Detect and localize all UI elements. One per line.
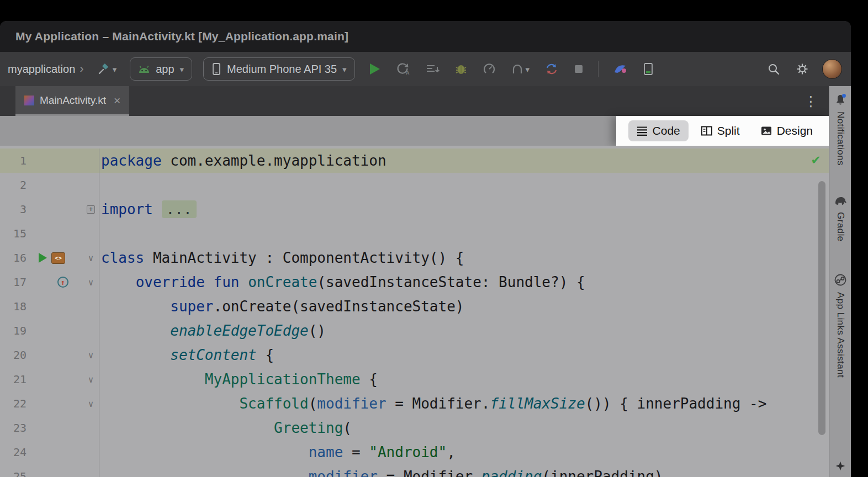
code-segment: modifier bbox=[309, 468, 378, 477]
project-breadcrumb[interactable]: myapplication › bbox=[8, 63, 84, 76]
run-button[interactable] bbox=[366, 60, 383, 78]
ai-assistant-button[interactable] bbox=[611, 60, 629, 78]
device-phone-icon bbox=[211, 62, 221, 76]
fold-marker[interactable]: ∨ bbox=[83, 246, 99, 270]
line-number[interactable]: 22 bbox=[0, 397, 32, 410]
line-number[interactable]: 19 bbox=[0, 324, 32, 337]
right-tool-stripe: Notifications Gradle bbox=[829, 86, 851, 477]
fold-marker[interactable]: ∨ bbox=[83, 343, 99, 367]
android-module-icon bbox=[138, 65, 150, 73]
search-everywhere-button[interactable] bbox=[765, 60, 782, 78]
device-manager-icon bbox=[643, 62, 654, 76]
android-studio-window: My Application – MainActivity.kt [My_App… bbox=[0, 21, 851, 477]
tab-options-kebab-icon[interactable]: ⋮ bbox=[804, 93, 818, 109]
device-selector[interactable]: Medium Phone API 35 ▾ bbox=[203, 57, 355, 81]
code-area: 1package com.example.myapplication23+imp… bbox=[0, 146, 829, 477]
code-text[interactable]: setContent { bbox=[99, 347, 274, 363]
code-text[interactable]: name = "Android", bbox=[99, 444, 456, 460]
fold-marker bbox=[83, 149, 99, 173]
code-line[interactable]: 24 name = "Android", bbox=[0, 440, 829, 464]
code-segment bbox=[101, 444, 309, 460]
line-number[interactable]: 15 bbox=[0, 227, 32, 240]
line-number[interactable]: 18 bbox=[0, 300, 32, 313]
code-line[interactable]: 22∨ Scaffold(modifier = Modifier.fillMax… bbox=[0, 391, 829, 416]
code-line[interactable]: 20∨ setContent { bbox=[0, 343, 829, 367]
build-hammer-icon bbox=[97, 62, 110, 76]
fold-marker[interactable]: + bbox=[83, 197, 99, 221]
view-mode-code-button[interactable]: Code bbox=[628, 120, 689, 141]
user-avatar[interactable] bbox=[822, 59, 842, 79]
code-text[interactable]: import ... bbox=[99, 201, 197, 218]
code-segment bbox=[239, 274, 248, 290]
line-number[interactable]: 25 bbox=[0, 470, 32, 477]
code-line[interactable]: 16<>∨class MainActivity : ComponentActiv… bbox=[0, 246, 829, 270]
window-title: My Application – MainActivity.kt [My_App… bbox=[15, 30, 348, 43]
debug-button[interactable] bbox=[453, 60, 469, 78]
code-segment: override bbox=[136, 274, 205, 290]
module-selector[interactable]: app ▾ bbox=[130, 57, 192, 81]
build-button[interactable]: ▾ bbox=[95, 60, 119, 78]
code-line[interactable]: 25 modifier = Modifier.padding(innerPadd… bbox=[0, 464, 829, 477]
code-line[interactable]: 17↑∨ override fun onCreate(savedInstance… bbox=[0, 270, 829, 294]
line-number[interactable]: 3 bbox=[0, 203, 32, 216]
line-number[interactable]: 20 bbox=[0, 348, 32, 362]
tab-mainactivity[interactable]: MainActivity.kt × bbox=[15, 86, 129, 116]
apply-changes-button[interactable]: A bbox=[394, 60, 412, 78]
code-text[interactable]: Greeting( bbox=[99, 420, 352, 436]
line-number[interactable]: 21 bbox=[0, 373, 32, 386]
code-text[interactable]: package com.example.myapplication bbox=[99, 152, 387, 169]
code-text[interactable]: Scaffold(modifier = Modifier.fillMaxSize… bbox=[99, 395, 766, 412]
gemini-sparkle-icon[interactable] bbox=[835, 460, 846, 471]
editor-scrollbar-thumb[interactable] bbox=[818, 181, 825, 435]
notifications-tool-button[interactable]: Notifications bbox=[834, 93, 847, 166]
line-number[interactable]: 2 bbox=[0, 178, 32, 192]
code-segment: package bbox=[101, 152, 162, 169]
run-class-gutter-icon[interactable] bbox=[39, 253, 47, 263]
code-line[interactable]: 15 bbox=[0, 221, 829, 246]
code-line[interactable]: 3+import ... bbox=[0, 197, 829, 221]
line-number[interactable]: 1 bbox=[0, 154, 32, 167]
line-number[interactable]: 17 bbox=[0, 275, 32, 289]
apply-changes-icon: A bbox=[396, 62, 410, 76]
close-tab-icon[interactable]: × bbox=[114, 94, 120, 106]
stop-button[interactable] bbox=[571, 62, 586, 76]
code-segment: MyApplicationTheme bbox=[205, 371, 361, 388]
code-text[interactable]: super.onCreate(savedInstanceState) bbox=[99, 298, 464, 315]
fold-marker[interactable]: ∨ bbox=[83, 270, 99, 294]
device-manager-button[interactable] bbox=[641, 60, 656, 78]
app-links-assistant-tool-button[interactable]: App Links Assistant bbox=[834, 273, 847, 378]
sync-gradle-button[interactable] bbox=[543, 60, 560, 78]
code-editor[interactable]: 1package com.example.myapplication23+imp… bbox=[0, 146, 829, 477]
code-text[interactable]: class MainActivity : ComponentActivity()… bbox=[99, 250, 464, 266]
code-segment: fun bbox=[214, 274, 240, 290]
fold-marker[interactable]: ∨ bbox=[83, 367, 99, 391]
settings-button[interactable] bbox=[793, 60, 811, 78]
code-text[interactable]: MyApplicationTheme { bbox=[99, 371, 378, 388]
class-gutter-icon[interactable]: <> bbox=[51, 252, 65, 264]
apply-code-changes-button[interactable] bbox=[424, 60, 442, 78]
code-text[interactable]: modifier = Modifier.padding(innerPadding… bbox=[99, 468, 663, 477]
code-line[interactable]: 23 Greeting( bbox=[0, 416, 829, 440]
gradle-tool-button[interactable]: Gradle bbox=[834, 194, 847, 241]
fold-marker[interactable]: ∨ bbox=[83, 391, 99, 416]
more-run-options-button[interactable]: ▾ bbox=[509, 60, 532, 78]
code-segment: () bbox=[309, 322, 326, 339]
override-method-gutter-icon[interactable]: ↑ bbox=[57, 277, 68, 288]
line-number[interactable]: 24 bbox=[0, 446, 32, 459]
line-number[interactable]: 16 bbox=[0, 251, 32, 264]
code-line[interactable]: 18 super.onCreate(savedInstanceState) bbox=[0, 294, 829, 319]
line-number[interactable]: 23 bbox=[0, 421, 32, 434]
code-text[interactable]: override fun onCreate(savedInstanceState… bbox=[99, 274, 585, 290]
notifications-bell-icon bbox=[834, 93, 847, 106]
code-line[interactable]: 1package com.example.myapplication bbox=[0, 149, 829, 173]
code-line[interactable]: 19 enableEdgeToEdge() bbox=[0, 319, 829, 343]
fold-marker bbox=[83, 464, 99, 477]
code-text[interactable]: enableEdgeToEdge() bbox=[99, 322, 326, 339]
view-mode-split-button[interactable]: Split bbox=[693, 120, 748, 141]
inspection-check-icon[interactable]: ✔ bbox=[812, 151, 820, 167]
code-line[interactable]: 21∨ MyApplicationTheme { bbox=[0, 367, 829, 391]
code-line[interactable]: 2 bbox=[0, 173, 829, 197]
code-segment: Scaffold bbox=[239, 395, 308, 412]
profiler-button[interactable] bbox=[480, 60, 498, 78]
view-mode-design-button[interactable]: Design bbox=[753, 120, 821, 141]
